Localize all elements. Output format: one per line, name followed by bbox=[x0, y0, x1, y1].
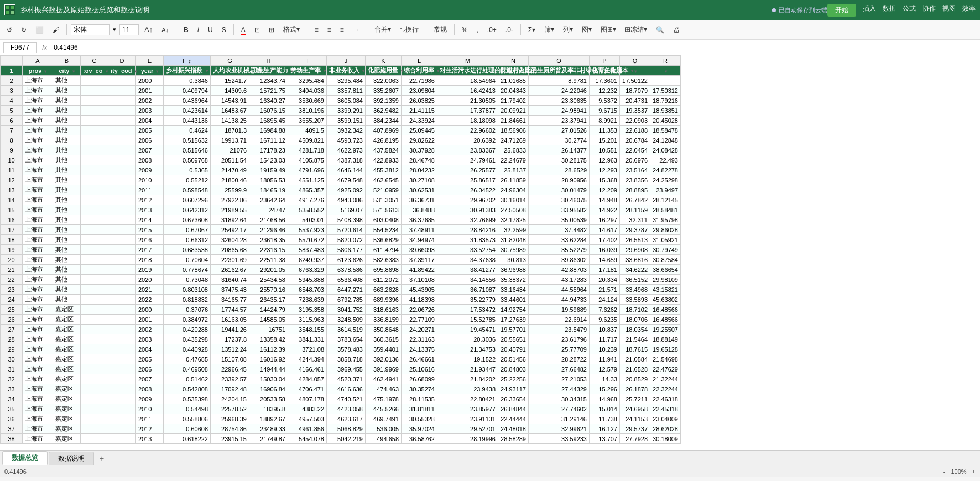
cell[interactable]: 上海市 bbox=[23, 344, 53, 354]
cell[interactable]: 28.19996 bbox=[437, 434, 498, 444]
cell[interactable]: 13.707 bbox=[590, 434, 620, 444]
cell[interactable]: 上海市 bbox=[23, 225, 53, 235]
cell[interactable]: 32.2599 bbox=[498, 225, 529, 235]
cell[interactable]: 392.0136 bbox=[366, 354, 402, 364]
cell[interactable]: 2003 bbox=[136, 334, 164, 344]
cell[interactable]: 24.79461 bbox=[437, 155, 498, 165]
cell[interactable]: 其他 bbox=[53, 155, 81, 165]
cell[interactable]: 531.3051 bbox=[366, 195, 402, 205]
cell[interactable]: 4917.276 bbox=[288, 195, 327, 205]
cell[interactable]: 36.71087 bbox=[437, 285, 498, 295]
cell[interactable]: 上海市 bbox=[23, 295, 53, 305]
cell[interactable]: 28.84216 bbox=[437, 225, 498, 235]
cell[interactable]: 3932.342 bbox=[327, 126, 366, 135]
cell[interactable]: 上海市 bbox=[23, 424, 53, 434]
cell[interactable] bbox=[81, 414, 108, 424]
cell[interactable]: 22.31163 bbox=[402, 334, 437, 344]
header-city-code[interactable]: ity_cod ▾ bbox=[108, 66, 136, 76]
cell[interactable]: 0.67067 bbox=[164, 225, 211, 235]
cell[interactable]: 0.66312 bbox=[164, 235, 211, 245]
cell[interactable]: 3721.08 bbox=[288, 344, 327, 354]
cell[interactable]: 21.34753 bbox=[437, 344, 498, 354]
cell[interactable]: 22.6914 bbox=[529, 315, 590, 325]
cell[interactable]: 42.88703 bbox=[529, 265, 590, 275]
cell[interactable]: 18.0354 bbox=[620, 325, 650, 334]
cell[interactable]: 22.71986 bbox=[402, 76, 437, 86]
cell[interactable]: 5358.552 bbox=[288, 205, 327, 215]
percent-button[interactable]: % bbox=[458, 24, 471, 35]
cell[interactable]: 31892.64 bbox=[211, 215, 249, 225]
cell[interactable]: 23.9497 bbox=[650, 185, 681, 195]
cell[interactable]: 21.01685 bbox=[498, 76, 529, 86]
cell[interactable]: 上海市 bbox=[23, 354, 53, 364]
cell[interactable]: 19.65128 bbox=[650, 344, 681, 354]
col-header-d[interactable]: D bbox=[108, 56, 136, 66]
cell[interactable]: 28.8895 bbox=[620, 185, 650, 195]
cell[interactable] bbox=[650, 76, 681, 86]
cell[interactable]: 30.2774 bbox=[529, 135, 590, 145]
cell[interactable] bbox=[108, 215, 136, 225]
cell[interactable]: 16016.92 bbox=[249, 354, 288, 364]
cell[interactable]: 上海市 bbox=[23, 185, 53, 195]
clear-button[interactable]: ⬜ bbox=[32, 24, 47, 35]
header-city[interactable]: city ▾ bbox=[53, 66, 81, 76]
cell[interactable]: 2008 bbox=[136, 384, 164, 394]
cell[interactable]: 2011 bbox=[136, 185, 164, 195]
cell[interactable]: 22316.15 bbox=[249, 245, 288, 255]
cell[interactable]: 0.409794 bbox=[164, 86, 211, 96]
cell[interactable]: 上海市 bbox=[23, 325, 53, 334]
cell[interactable]: 14.33 bbox=[590, 374, 620, 384]
cell[interactable]: 2001 bbox=[136, 86, 164, 96]
cell[interactable] bbox=[108, 155, 136, 165]
cell[interactable]: 2015 bbox=[136, 225, 164, 235]
cell[interactable]: 3295.484 bbox=[327, 76, 366, 86]
cell[interactable]: 28.6529 bbox=[529, 165, 590, 175]
cell[interactable]: 上海市 bbox=[23, 215, 53, 225]
cell[interactable]: 20865.68 bbox=[211, 245, 249, 255]
cell[interactable]: 12.232 bbox=[590, 86, 620, 96]
cell[interactable]: 15241.7 bbox=[211, 76, 249, 86]
cell[interactable] bbox=[108, 275, 136, 285]
cell[interactable]: 18.93851 bbox=[650, 106, 681, 116]
cell[interactable]: 上海市 bbox=[23, 404, 53, 414]
cell[interactable]: 30.18009 bbox=[650, 434, 681, 444]
cell[interactable]: 19441.26 bbox=[211, 325, 249, 334]
dec-inc-button[interactable]: .0+ bbox=[484, 24, 500, 35]
cell[interactable]: 2008 bbox=[136, 155, 164, 165]
cell[interactable]: 31640.74 bbox=[211, 275, 249, 285]
cell[interactable]: 23.37941 bbox=[529, 116, 590, 126]
cell[interactable]: 2013 bbox=[136, 205, 164, 215]
cell[interactable]: 2004 bbox=[136, 344, 164, 354]
cell[interactable]: 上海市 bbox=[23, 165, 53, 175]
cell[interactable]: 16.48566 bbox=[650, 315, 681, 325]
cell[interactable]: 0.558806 bbox=[164, 414, 211, 424]
cell[interactable]: 嘉定区 bbox=[53, 384, 81, 394]
cell[interactable]: 4091.5 bbox=[288, 126, 327, 135]
cell[interactable]: 2010 bbox=[136, 175, 164, 185]
cell[interactable]: 22.45318 bbox=[650, 404, 681, 414]
cell[interactable] bbox=[81, 295, 108, 305]
cell[interactable]: 4105.875 bbox=[288, 155, 327, 165]
cell[interactable]: 0.54498 bbox=[164, 404, 211, 414]
cell[interactable]: 28.58481 bbox=[650, 205, 681, 215]
cell[interactable]: 17.3601 bbox=[590, 76, 620, 86]
cell[interactable]: 其他 bbox=[53, 255, 81, 265]
cell[interactable]: 25492.17 bbox=[211, 225, 249, 235]
cell[interactable] bbox=[108, 86, 136, 96]
cell[interactable]: 0.818832 bbox=[164, 295, 211, 305]
cell[interactable]: 嘉定区 bbox=[53, 315, 81, 325]
cell[interactable]: 21468.56 bbox=[249, 215, 288, 225]
cell[interactable]: 0.47685 bbox=[164, 354, 211, 364]
cell[interactable]: 31.81811 bbox=[402, 404, 437, 414]
cell[interactable]: 16112.39 bbox=[249, 344, 288, 354]
cell[interactable]: 2013 bbox=[136, 434, 164, 444]
cell[interactable]: 4807.178 bbox=[288, 394, 327, 404]
cell[interactable]: 16984.88 bbox=[249, 126, 288, 135]
cell[interactable] bbox=[108, 235, 136, 245]
cell[interactable]: 18701.3 bbox=[211, 126, 249, 135]
cell[interactable]: 22.6188 bbox=[620, 126, 650, 135]
cell[interactable] bbox=[108, 126, 136, 135]
cell[interactable]: 20.04343 bbox=[498, 86, 529, 96]
cell[interactable]: 4943.086 bbox=[327, 195, 366, 205]
cell[interactable]: 10.837 bbox=[590, 325, 620, 334]
